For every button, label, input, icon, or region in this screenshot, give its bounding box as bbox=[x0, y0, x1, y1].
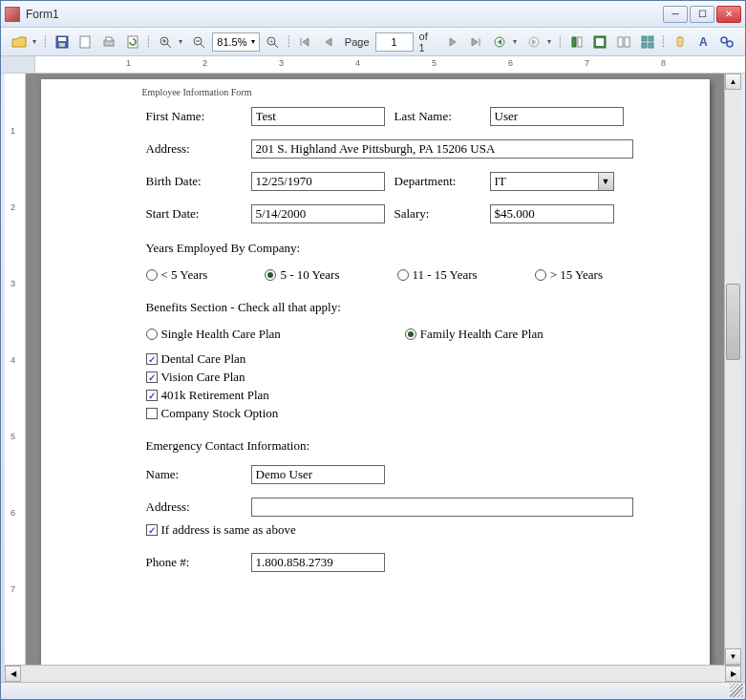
open-dropdown[interactable]: ▾ bbox=[32, 37, 40, 46]
minimize-button[interactable]: ─ bbox=[663, 6, 688, 23]
content-area: 1 2 3 4 5 6 7 Employee Information Form … bbox=[5, 74, 741, 665]
separator-icon: ┊ bbox=[661, 32, 667, 53]
benefits-check-list: Dental Care Plan Vision Care Plan 401k R… bbox=[146, 351, 691, 421]
dental-check[interactable] bbox=[146, 353, 158, 365]
page-label: Page bbox=[342, 36, 373, 48]
forward-dropdown[interactable]: ▾ bbox=[547, 37, 555, 46]
ec-address-input[interactable] bbox=[251, 498, 633, 517]
print-button[interactable] bbox=[98, 32, 119, 53]
text-select-button[interactable]: A bbox=[693, 32, 714, 53]
single-health-radio[interactable] bbox=[146, 329, 158, 340]
ec-phone-input[interactable] bbox=[251, 553, 385, 572]
scroll-right-arrow-icon[interactable]: ▶ bbox=[725, 666, 741, 682]
view-single-button[interactable] bbox=[566, 32, 587, 53]
back-history-button[interactable] bbox=[489, 32, 510, 53]
svg-rect-27 bbox=[642, 43, 647, 48]
ec-same-check[interactable] bbox=[146, 524, 158, 536]
benefits-section-header: Benefits Section - Check all that apply: bbox=[146, 300, 691, 315]
last-page-button[interactable] bbox=[466, 32, 487, 53]
view-grid-button[interactable] bbox=[637, 32, 658, 53]
department-label: Department: bbox=[394, 174, 480, 189]
ec-address-label: Address: bbox=[146, 499, 242, 515]
vision-label: Vision Care Plan bbox=[161, 370, 245, 385]
refresh-button[interactable] bbox=[122, 32, 143, 53]
first-page-button[interactable] bbox=[294, 32, 315, 53]
forward-history-button[interactable] bbox=[523, 32, 544, 53]
document-viewport[interactable]: Employee Information Form First Name: La… bbox=[26, 74, 724, 665]
first-name-label: First Name: bbox=[146, 109, 242, 124]
years-11-15-label: 11 - 15 Years bbox=[413, 267, 478, 283]
svg-rect-19 bbox=[572, 37, 576, 47]
svg-rect-23 bbox=[618, 37, 623, 47]
start-date-input[interactable] bbox=[251, 204, 385, 223]
department-select[interactable] bbox=[490, 172, 614, 191]
hscroll-track[interactable] bbox=[21, 666, 725, 682]
401k-check[interactable] bbox=[146, 390, 158, 401]
svg-rect-24 bbox=[625, 37, 629, 47]
close-button[interactable]: ✕ bbox=[716, 6, 741, 23]
document-page: Employee Information Form First Name: La… bbox=[41, 79, 710, 665]
salary-label: Salary: bbox=[394, 206, 480, 222]
first-name-input[interactable] bbox=[251, 107, 385, 126]
birth-date-input[interactable] bbox=[251, 172, 385, 191]
svg-rect-1 bbox=[58, 37, 66, 41]
prev-page-button[interactable] bbox=[318, 32, 339, 53]
health-radio-group: Single Health Care Plan Family Health Ca… bbox=[146, 327, 691, 342]
zoom-in-button[interactable] bbox=[155, 32, 176, 53]
years-11-15-radio[interactable] bbox=[397, 269, 409, 281]
zoom-fit-button[interactable]: + bbox=[263, 32, 284, 53]
years-radio-group: < 5 Years 5 - 10 Years 11 - 15 Years > 1… bbox=[146, 267, 691, 283]
view-facing-button[interactable] bbox=[613, 32, 634, 53]
ec-phone-label: Phone #: bbox=[146, 555, 242, 570]
horizontal-scrollbar[interactable]: ◀ ▶ bbox=[5, 665, 741, 682]
save-button[interactable] bbox=[52, 32, 73, 53]
page-of-label: of 1 bbox=[416, 31, 439, 53]
new-button[interactable] bbox=[75, 32, 96, 53]
zoom-in-dropdown[interactable]: ▾ bbox=[179, 37, 186, 46]
dental-label: Dental Care Plan bbox=[161, 351, 246, 367]
ec-name-input[interactable] bbox=[251, 465, 385, 484]
years-5-10-label: 5 - 10 Years bbox=[280, 267, 339, 283]
svg-rect-20 bbox=[578, 37, 582, 47]
hand-tool-button[interactable] bbox=[670, 32, 691, 53]
scroll-left-arrow-icon[interactable]: ◀ bbox=[5, 666, 21, 682]
svg-text:A: A bbox=[699, 35, 708, 49]
open-button[interactable] bbox=[9, 32, 30, 53]
zoom-value[interactable]: 81.5%▾ bbox=[212, 32, 259, 52]
ruler-horizontal: 1 2 3 4 5 6 7 8 bbox=[1, 56, 745, 74]
chevron-down-icon[interactable]: ▼ bbox=[598, 173, 613, 190]
ec-same-label: If address is same as above bbox=[161, 522, 296, 538]
view-continuous-button[interactable] bbox=[589, 32, 610, 53]
zoom-out-button[interactable] bbox=[189, 32, 210, 53]
vision-check[interactable] bbox=[146, 371, 158, 383]
years-lt5-radio[interactable] bbox=[146, 269, 158, 281]
page-input[interactable] bbox=[375, 32, 414, 52]
resize-grip-icon[interactable] bbox=[730, 684, 743, 697]
next-page-button[interactable] bbox=[442, 32, 463, 53]
family-health-radio[interactable] bbox=[405, 329, 416, 340]
form-title: Employee Information Form bbox=[142, 87, 691, 97]
scroll-thumb[interactable] bbox=[726, 284, 740, 360]
last-name-label: Last Name: bbox=[394, 109, 480, 124]
address-input[interactable] bbox=[251, 139, 633, 159]
years-gt15-radio[interactable] bbox=[535, 269, 546, 281]
ruler-h-scale: 1 2 3 4 5 6 7 8 bbox=[35, 56, 745, 73]
salary-input[interactable] bbox=[490, 204, 614, 223]
separator-icon: ┊ bbox=[286, 32, 291, 53]
svg-text:+: + bbox=[269, 38, 273, 45]
vertical-scrollbar[interactable]: ▲ ▼ bbox=[724, 74, 741, 665]
back-dropdown[interactable]: ▾ bbox=[513, 37, 521, 46]
years-5-10-radio[interactable] bbox=[265, 269, 276, 281]
last-name-input[interactable] bbox=[490, 107, 624, 126]
stock-check[interactable] bbox=[146, 408, 158, 419]
scroll-up-arrow-icon[interactable]: ▲ bbox=[725, 74, 741, 90]
maximize-button[interactable]: ☐ bbox=[690, 6, 714, 23]
svg-rect-3 bbox=[80, 36, 90, 48]
find-button[interactable] bbox=[716, 32, 737, 53]
ec-name-label: Name: bbox=[146, 467, 242, 482]
svg-line-8 bbox=[167, 44, 171, 48]
separator-icon: ┊ bbox=[146, 32, 152, 53]
scroll-down-arrow-icon[interactable]: ▼ bbox=[725, 648, 741, 665]
svg-rect-28 bbox=[649, 43, 653, 48]
svg-rect-26 bbox=[649, 36, 653, 41]
